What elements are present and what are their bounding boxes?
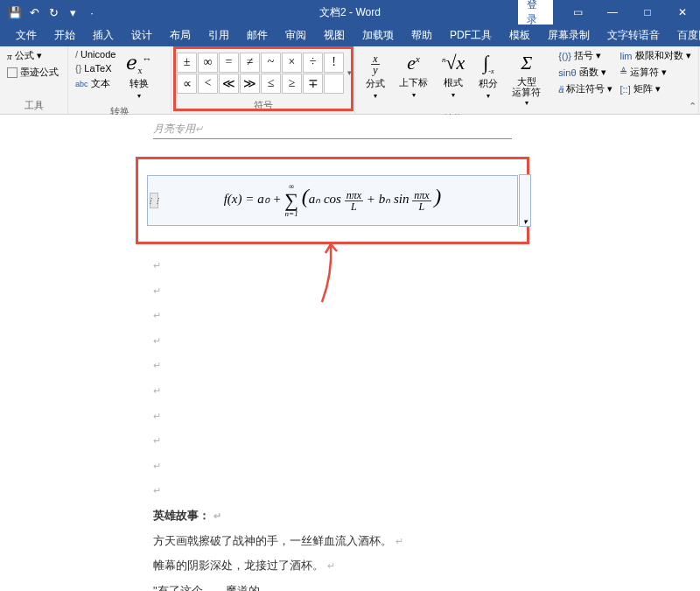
symbols-more-icon[interactable]: ▾ xyxy=(347,68,352,77)
paragraph[interactable]: "有了这个……魔道的 xyxy=(153,579,512,591)
paragraph[interactable]: ↵ xyxy=(153,353,512,378)
accent-button[interactable]: ä 标注符号 ▾ xyxy=(556,81,614,96)
latex-button[interactable]: {} LaTeX xyxy=(74,62,117,74)
tab-addins[interactable]: 加载项 xyxy=(354,25,402,46)
sym-ll[interactable]: ≪ xyxy=(219,74,239,94)
tab-help[interactable]: 帮助 xyxy=(402,25,441,46)
qat-sep: · xyxy=(82,3,102,22)
paragraph[interactable]: ↵ xyxy=(153,303,512,328)
window-title: 文档2 - Word xyxy=(319,5,381,20)
login-button[interactable]: 登录 xyxy=(518,0,553,25)
sym-plusminus[interactable]: ± xyxy=(177,53,197,73)
document-area[interactable]: 月亮专用↵ ⋮⋮ f(x) = a₀ + ∞∑n=1 (aₙ cos nπxL … xyxy=(0,115,700,591)
sym-prop[interactable]: ∝ xyxy=(177,74,197,94)
ribbon-group-structures1: xy分式▾ ex上下标▾ n√x根式▾ ∫-x积分▾ Σ大型 运算符▾ 结构 xyxy=(355,46,551,114)
ink-equation-button[interactable]: 墨迹公式 xyxy=(5,65,60,80)
symbol-grid: ± ∞ = ≠ ~ × ÷ ! ∝ < ≪ ≫ ≤ ≥ ∓ xyxy=(177,53,344,94)
tab-screenrec[interactable]: 屏幕录制 xyxy=(539,25,598,46)
text-button[interactable]: abc 文本 xyxy=(74,76,117,91)
ribbon: π 公式 ▾ 墨迹公式 工具 / Unicode {} LaTeX abc 文本… xyxy=(0,46,700,115)
sym-infinity[interactable]: ∞ xyxy=(198,53,218,73)
heading[interactable]: 英雄故事： ↵ xyxy=(153,503,512,529)
redo-icon[interactable]: ↻ xyxy=(44,3,63,22)
tab-view[interactable]: 视图 xyxy=(315,25,354,46)
tab-layout[interactable]: 布局 xyxy=(161,25,200,46)
ribbon-group-structures2: {()} 括号 ▾ sinθ 函数 ▾ ä 标注符号 ▾ lim 极限和对数 ▾… xyxy=(551,46,698,114)
tab-mailings[interactable]: 邮件 xyxy=(238,25,276,46)
minimize-icon[interactable]: — xyxy=(595,0,630,25)
tab-review[interactable]: 审阅 xyxy=(276,25,315,46)
paragraph[interactable]: 方天画戟擦破了战神的手，一丝鲜血流入酒杯。 ↵ xyxy=(153,529,512,554)
tab-template[interactable]: 模板 xyxy=(500,25,539,46)
page-header[interactable]: 月亮专用↵ xyxy=(153,122,512,139)
sym-neq[interactable]: ≠ xyxy=(240,53,260,73)
formula-button[interactable]: π 公式 ▾ xyxy=(5,48,60,63)
integral-button[interactable]: ∫-x积分▾ xyxy=(473,48,503,103)
title-bar: 💾 ↶ ↻ ▾ · 文档2 - Word 登录 ▭ — □ ✕ xyxy=(0,0,700,25)
ribbon-options-icon[interactable]: ▭ xyxy=(560,0,595,25)
unicode-button[interactable]: / Unicode xyxy=(74,48,117,60)
paragraph[interactable]: ↵ xyxy=(153,278,512,304)
paragraph[interactable]: ↵ xyxy=(153,454,512,479)
sym-equals[interactable]: = xyxy=(219,53,239,73)
script-button[interactable]: ex上下标▾ xyxy=(394,48,433,102)
paragraph[interactable]: ↵ xyxy=(153,428,512,454)
ribbon-tabs: 文件 开始 插入 设计 布局 引用 邮件 审阅 视图 加载项 帮助 PDF工具 … xyxy=(0,25,700,46)
ribbon-group-convert: / Unicode {} LaTeX abc 文本 ℯx↔ 转换 ▾ 转换 xyxy=(68,46,172,114)
operator-button[interactable]: ≜ 运算符 ▾ xyxy=(618,65,692,80)
sym-times[interactable]: × xyxy=(282,53,302,73)
equation-content[interactable]: f(x) = a₀ + ∞∑n=1 (aₙ cos nπxL + bₙ sin … xyxy=(224,192,442,206)
equation-dropdown-icon[interactable]: ▾ xyxy=(519,174,531,227)
window-controls: 登录 ▭ — □ ✕ xyxy=(518,0,700,25)
close-icon[interactable]: ✕ xyxy=(665,0,700,25)
group-label-tools: 工具 xyxy=(5,97,62,114)
sym-blank[interactable] xyxy=(324,74,344,94)
sym-le[interactable]: ≤ xyxy=(261,74,281,94)
sym-mp[interactable]: ∓ xyxy=(303,74,323,94)
sym-div[interactable]: ÷ xyxy=(303,53,323,73)
tab-insert[interactable]: 插入 xyxy=(84,25,122,46)
qat-more-icon[interactable]: ▾ xyxy=(63,3,82,22)
tab-home[interactable]: 开始 xyxy=(46,25,84,46)
tab-pdf[interactable]: PDF工具 xyxy=(441,25,500,46)
sym-tilde[interactable]: ~ xyxy=(261,53,281,73)
radical-button[interactable]: n√x根式▾ xyxy=(437,48,470,102)
paragraph[interactable]: ↵ xyxy=(153,404,512,429)
tab-baidu[interactable]: 百度网盘 xyxy=(668,25,700,46)
group-label-symbols: 符号 xyxy=(177,97,349,114)
save-icon[interactable]: 💾 xyxy=(5,3,24,22)
maximize-icon[interactable]: □ xyxy=(630,0,665,25)
limit-button[interactable]: lim 极限和对数 ▾ xyxy=(618,48,692,63)
tab-file[interactable]: 文件 xyxy=(7,25,46,46)
paragraph[interactable]: ↵ xyxy=(153,378,512,404)
matrix-button[interactable]: [::] 矩阵 ▾ xyxy=(618,81,692,96)
paragraph[interactable]: 帷幕的阴影深处，龙接过了酒杯。 ↵ xyxy=(153,553,512,579)
function-button[interactable]: sinθ 函数 ▾ xyxy=(556,65,614,80)
quick-access-toolbar: 💾 ↶ ↻ ▾ · xyxy=(0,3,102,22)
sym-lt[interactable]: < xyxy=(198,74,218,94)
equation-box[interactable]: ⋮⋮ f(x) = a₀ + ∞∑n=1 (aₙ cos nπxL + bₙ s… xyxy=(147,175,518,226)
ribbon-group-symbols: ± ∞ = ≠ ~ × ÷ ! ∝ < ≪ ≫ ≤ ≥ ∓ ▾ 符号 xyxy=(172,46,355,114)
sym-ge[interactable]: ≥ xyxy=(282,74,302,94)
paragraph[interactable]: ↵ xyxy=(153,478,512,503)
large-operator-button[interactable]: Σ大型 运算符▾ xyxy=(507,48,546,110)
page: 月亮专用↵ ⋮⋮ f(x) = a₀ + ∞∑n=1 (aₙ cos nπxL … xyxy=(118,122,582,591)
paragraph[interactable]: ↵ xyxy=(153,328,512,354)
ribbon-group-tools: π 公式 ▾ 墨迹公式 工具 xyxy=(0,46,68,114)
tab-design[interactable]: 设计 xyxy=(122,25,161,46)
convert-button[interactable]: ℯx↔ 转换 ▾ xyxy=(121,48,157,103)
tab-references[interactable]: 引用 xyxy=(200,25,238,46)
annotation-highlight-formula: ⋮⋮ f(x) = a₀ + ∞∑n=1 (aₙ cos nπxL + bₙ s… xyxy=(136,157,529,244)
sym-excl[interactable]: ! xyxy=(324,53,344,73)
bracket-button[interactable]: {()} 括号 ▾ xyxy=(556,48,614,63)
sym-gg[interactable]: ≫ xyxy=(240,74,260,94)
collapse-ribbon-icon[interactable]: ⌃ xyxy=(689,101,696,112)
paragraph[interactable]: ↵ xyxy=(153,253,512,278)
undo-icon[interactable]: ↶ xyxy=(24,3,44,22)
fraction-button[interactable]: xy分式▾ xyxy=(360,48,390,103)
equation-handle[interactable]: ⋮⋮ xyxy=(150,193,158,208)
tab-tts[interactable]: 文字转语音 xyxy=(598,25,668,46)
